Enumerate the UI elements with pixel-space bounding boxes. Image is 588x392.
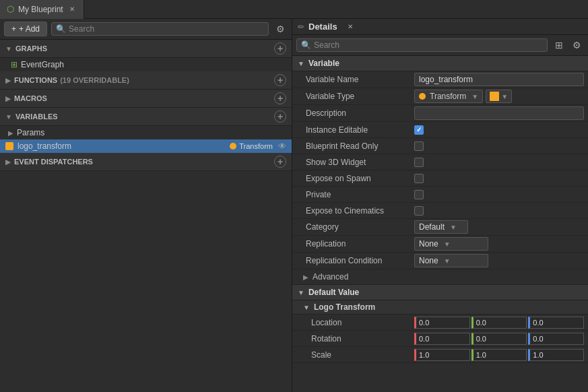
blueprint-read-only-row: Blueprint Read Only	[292, 138, 588, 154]
advanced-section-header[interactable]: ▶ Advanced	[292, 269, 588, 285]
replication-label: Replication	[292, 239, 410, 249]
location-xyz	[414, 317, 584, 329]
details-header: ✏ Details ✕	[292, 19, 588, 35]
params-group[interactable]: ▶ Params	[0, 126, 292, 139]
location-z-input[interactable]	[528, 317, 584, 329]
event-dispatchers-section-header[interactable]: ▶ EVENT DISPATCHERS +	[0, 153, 292, 171]
macros-section-header[interactable]: ▶ MACROS +	[0, 90, 292, 108]
variables-section-header[interactable]: ▼ VARIABLES +	[0, 108, 292, 126]
replication-dropdown[interactable]: None ▼	[414, 237, 488, 251]
variable-type-label-text: Variable Type	[292, 92, 410, 101]
details-grid-button[interactable]: ⊞	[552, 38, 566, 53]
rotation-x-input[interactable]	[414, 333, 470, 345]
rotation-xyz	[414, 333, 584, 345]
event-graph-label: EventGraph	[21, 60, 64, 69]
blueprint-read-only-value	[410, 141, 588, 151]
color-dropdown-arrow: ▼	[501, 93, 508, 100]
variables-arrow-icon: ▼	[5, 113, 12, 121]
location-y-wrap	[471, 317, 527, 329]
params-label: Params	[17, 128, 44, 137]
details-settings-button[interactable]: ⚙	[569, 38, 584, 53]
expose-on-spawn-label: Expose on Spawn	[292, 174, 410, 183]
rotation-z-input[interactable]	[528, 333, 584, 345]
variables-add-icon[interactable]: +	[274, 110, 286, 123]
scale-row: Scale	[292, 347, 588, 363]
scale-value	[410, 349, 588, 361]
category-dropdown[interactable]: Default ▼	[414, 220, 468, 234]
variable-name-value	[410, 73, 588, 86]
show-3d-widget-checkbox[interactable]	[414, 158, 424, 167]
variable-type-value: Transform ▼ ▼	[410, 90, 588, 103]
rotation-z-wrap	[528, 333, 584, 345]
event-graph-icon: ⊞	[11, 60, 18, 69]
functions-section-header[interactable]: ▶ FUNCTIONS (19 OVERRIDABLE) +	[0, 71, 292, 90]
variable-name-input[interactable]	[414, 73, 584, 86]
rotation-y-input[interactable]	[471, 333, 527, 345]
private-checkbox[interactable]	[414, 190, 424, 199]
left-search-input[interactable]	[69, 24, 264, 34]
variable-section-label: Variable	[308, 59, 339, 68]
details-search-input[interactable]	[314, 40, 543, 50]
advanced-arrow-icon: ▶	[303, 273, 308, 281]
right-panel: ✏ Details ✕ 🔍 ⊞ ⚙ ▼ Variable Vari	[292, 19, 588, 392]
rotation-label: Rotation	[292, 334, 410, 344]
location-value	[410, 317, 588, 329]
functions-overridable: (19 OVERRIDABLE)	[60, 76, 129, 84]
instance-editable-checkbox[interactable]	[414, 125, 424, 135]
scale-label: Scale	[292, 350, 410, 360]
functions-arrow-icon: ▶	[5, 77, 11, 84]
replication-condition-label: Replication Condition	[292, 256, 410, 265]
graphs-label: GRAPHS	[15, 44, 47, 53]
graphs-section-header[interactable]: ▼ GRAPHS +	[0, 40, 292, 58]
blueprint-read-only-checkbox[interactable]	[414, 141, 424, 151]
add-button[interactable]: + + Add	[4, 22, 47, 36]
variable-section-header[interactable]: ▼ Variable	[292, 56, 588, 71]
macros-add-icon[interactable]: +	[274, 92, 286, 104]
instance-editable-value	[410, 125, 588, 135]
replication-dropdown-arrow: ▼	[444, 240, 451, 248]
private-row: Private	[292, 187, 588, 203]
logo-transform-subsection[interactable]: ▼ Logo Transform	[292, 300, 588, 315]
blueprint-tab-close[interactable]: ✕	[67, 5, 77, 14]
left-gear-button[interactable]: ⚙	[273, 22, 288, 36]
event-graph-item[interactable]: ⊞ EventGraph	[0, 58, 292, 71]
search-icon: 🔍	[56, 24, 66, 34]
scale-x-input[interactable]	[414, 349, 470, 361]
location-y-input[interactable]	[471, 317, 527, 329]
params-arrow-icon: ▶	[8, 129, 13, 137]
description-input[interactable]	[414, 106, 584, 120]
event-dispatchers-label: EVENT DISPATCHERS	[14, 158, 93, 166]
category-dropdown-arrow: ▼	[450, 224, 457, 231]
variable-section-arrow: ▼	[298, 60, 304, 67]
scale-xyz	[414, 349, 584, 361]
type-color-dot	[419, 93, 426, 100]
expose-on-spawn-checkbox[interactable]	[414, 174, 424, 183]
functions-add-icon[interactable]: +	[274, 74, 286, 86]
left-panel: + + Add 🔍 ⚙ ▼ GRAPHS + ⊞ EventGraph ▶ FU…	[0, 19, 292, 392]
scale-y-wrap	[471, 349, 527, 361]
expose-to-cinematics-checkbox[interactable]	[414, 206, 424, 216]
scale-z-input[interactable]	[528, 349, 584, 361]
details-close-button[interactable]: ✕	[346, 22, 355, 32]
logo-transform-variable[interactable]: logo_transform Transform 👁	[0, 139, 292, 153]
scale-y-input[interactable]	[471, 349, 527, 361]
eye-icon[interactable]: 👁	[278, 141, 286, 151]
type-color-picker[interactable]: ▼	[486, 90, 512, 103]
event-dispatchers-add-icon[interactable]: +	[274, 156, 286, 168]
default-value-section-header[interactable]: ▼ Default Value	[292, 285, 588, 300]
rotation-row: Rotation	[292, 331, 588, 347]
type-dropdown-arrow: ▼	[471, 93, 478, 100]
replication-condition-dropdown[interactable]: None ▼	[414, 254, 488, 267]
pencil-icon: ✏	[298, 22, 304, 32]
details-icons: ⊞ ⚙	[552, 38, 584, 53]
default-value-arrow: ▼	[298, 289, 304, 296]
blueprint-read-only-label: Blueprint Read Only	[292, 141, 410, 151]
blueprint-tab[interactable]: ⬡ My Blueprint ✕	[0, 0, 84, 19]
graphs-add-icon[interactable]: +	[274, 42, 286, 55]
variable-type-dropdown[interactable]: Transform ▼	[414, 90, 483, 103]
replication-condition-dropdown-text: None	[419, 256, 438, 265]
blueprint-icon: ⬡	[7, 4, 14, 14]
location-x-input[interactable]	[414, 317, 470, 329]
show-3d-widget-row: Show 3D Widget	[292, 154, 588, 170]
add-label: + Add	[19, 24, 40, 34]
